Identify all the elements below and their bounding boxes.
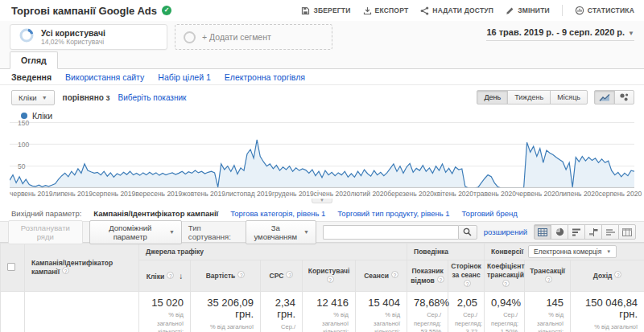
term-cloud-view-button[interactable] xyxy=(601,224,619,240)
share-button[interactable]: НАДАТИ ДОСТУП xyxy=(420,6,493,15)
table-grid-icon xyxy=(538,228,547,236)
help-icon[interactable]: ? xyxy=(286,271,293,278)
campaigns-table: Кампанія/Ідентифікатор кампанії? Джерела… xyxy=(0,243,644,332)
table-search-input[interactable] xyxy=(323,225,458,240)
clicks-chart-svg xyxy=(10,122,634,188)
pivot-view-button[interactable] xyxy=(618,224,636,240)
sort-type-selector[interactable]: За умовчанням ▼ xyxy=(246,220,316,244)
subtab-site-usage[interactable]: Використання сайту xyxy=(65,72,144,82)
y-axis-tick: 50 xyxy=(18,162,25,170)
granularity-day-button[interactable]: День xyxy=(477,90,508,105)
search-button[interactable] xyxy=(458,225,477,240)
column-header-cost[interactable]: Вартість? xyxy=(191,260,261,292)
primary-dimension-bar: Вихідний параметр: Кампанія/Ідентифікато… xyxy=(0,203,644,221)
save-button[interactable]: ЗБЕРЕГТИ xyxy=(301,6,350,15)
subtab-goal-set-1[interactable]: Набір цілей 1 xyxy=(158,72,210,82)
ecommerce-goal-selector[interactable]: Електронна комерція ▼ xyxy=(528,245,617,258)
segment-title: Усі користувачі xyxy=(41,28,105,39)
series-dot-icon xyxy=(21,113,27,119)
dimension-link-brand[interactable]: Торговий бренд xyxy=(462,209,518,218)
column-header-sessions[interactable]: Сеанси? xyxy=(356,260,407,292)
date-range-selector[interactable]: 16 трав. 2019 р. - 9 серп. 2020 р.▼ xyxy=(486,27,634,41)
column-header-transactions[interactable]: Трансакції? xyxy=(525,260,571,292)
comparison-view-button[interactable] xyxy=(584,224,602,240)
verified-check-icon: ✓ xyxy=(162,6,171,15)
line-chart-view-button[interactable] xyxy=(594,90,615,105)
help-icon[interactable]: ? xyxy=(327,276,334,283)
add-segment-button[interactable]: + Додати сегмент xyxy=(175,24,332,50)
term-cloud-icon xyxy=(606,228,615,236)
x-axis-label: лютий 2020 xyxy=(350,190,387,199)
subtab-summary[interactable]: Зведення xyxy=(11,72,52,82)
help-icon[interactable]: ? xyxy=(167,272,174,279)
dimension-link-category[interactable]: Торгова категорія, рівень 1 xyxy=(230,209,325,218)
column-header-campaign[interactable]: Кампанія/Ідентифікатор кампанії? xyxy=(25,244,139,292)
performance-view-button[interactable] xyxy=(568,224,585,240)
clicks-timeseries-chart[interactable]: 150 100 50 xyxy=(10,122,634,188)
totals-transactions-cell: 145% від загальної кількості: 6,87% (2 1… xyxy=(525,292,571,332)
help-icon[interactable]: ? xyxy=(614,271,621,278)
secondary-dimension-selector[interactable]: Допоміжний параметр ▼ xyxy=(89,220,182,244)
chevron-down-icon: ▼ xyxy=(42,95,47,100)
bars-icon xyxy=(572,228,581,236)
segment-subtitle: 14,02% Користувачі xyxy=(41,38,105,46)
percentage-view-button[interactable] xyxy=(551,224,568,240)
choose-metric-link[interactable]: Виберіть показник xyxy=(118,93,187,102)
help-icon[interactable]: ? xyxy=(437,276,444,283)
statistics-button[interactable]: СТАТИСТИКА xyxy=(575,6,634,15)
dimension-link-product-type[interactable]: Торговий тип продукту, рівень 1 xyxy=(337,209,449,218)
column-header-cpc[interactable]: CPC? xyxy=(261,260,303,292)
y-axis-tick: 150 xyxy=(18,119,29,127)
dimension-campaign-id[interactable]: Кампанія/Ідентифікатор кампанії xyxy=(93,209,218,218)
x-axis-label: червень 2019 xyxy=(10,190,52,199)
metric-selector[interactable]: Кліки ▼ xyxy=(11,90,55,105)
help-icon[interactable]: ? xyxy=(237,271,245,278)
x-axis-label: червень 2020 xyxy=(516,190,559,199)
x-axis-label: липень 2020 xyxy=(559,190,598,199)
x-axis-label: березень 2020 xyxy=(387,190,434,199)
pie-chart-icon xyxy=(555,227,564,236)
motion-chart-view-button[interactable] xyxy=(614,90,634,105)
totals-transaction-rate-cell: 0,94%Сер./перегляд: 1,50% (-37,09%) xyxy=(485,292,525,332)
sort-type-label: Тип сортування: xyxy=(188,223,239,241)
column-header-users[interactable]: Користувачі? xyxy=(303,260,356,292)
add-segment-circle-icon xyxy=(184,31,196,43)
metric-bar: Кліки ▼ порівняно з Виберіть показник Де… xyxy=(0,85,644,109)
group-header-acquisition: Джерела трафіку xyxy=(139,244,407,260)
edit-button[interactable]: ЗМІНИТИ xyxy=(506,6,550,15)
column-header-clicks[interactable]: Кліки?↓ xyxy=(139,260,191,292)
help-icon[interactable]: ? xyxy=(464,280,471,287)
help-icon[interactable]: ? xyxy=(62,267,69,274)
table-view-button[interactable] xyxy=(534,224,551,240)
x-axis-label: листопад 2019 xyxy=(225,190,272,199)
segment-donut-icon xyxy=(19,27,35,47)
report-subnav: Зведення Використання сайту Набір цілей … xyxy=(0,69,644,85)
totals-cost-cell: 35 206,09 грн.% від загальної кількості:… xyxy=(191,292,261,332)
subtab-ecommerce[interactable]: Електронна торгівля xyxy=(225,72,305,82)
granularity-week-button[interactable]: Тиждень xyxy=(507,90,551,105)
select-all-checkbox[interactable] xyxy=(7,263,15,271)
totals-row: 15 020% від загальної кількості: 31,83% … xyxy=(1,292,644,332)
column-header-pages-per-session[interactable]: Сторінок за сеанс? xyxy=(448,260,485,292)
column-header-bounce-rate[interactable]: Показник відмов? xyxy=(407,260,448,292)
help-icon[interactable]: ? xyxy=(502,280,510,287)
group-header-conversions: Конверсії Електронна комерція ▼ xyxy=(485,244,644,260)
insights-icon xyxy=(575,6,584,15)
advanced-search-link[interactable]: розширений xyxy=(484,227,527,236)
segment-all-users[interactable]: Усі користувачі 14,02% Користувачі xyxy=(10,24,167,50)
totals-sessions-cell: 15 404% від загальної кількості: 10,92% … xyxy=(356,292,407,332)
totals-pages-per-session-cell: 2,05Сер./перегляд: 3,72 (-44,94%) xyxy=(448,292,485,332)
totals-users-cell: 12 416% від загальної кількості: 14,02% … xyxy=(303,292,356,332)
tab-overview[interactable]: Огляд xyxy=(10,51,58,69)
help-icon[interactable]: ? xyxy=(545,276,552,283)
table-toolbar: Розпланувати ряди Допоміжний параметр ▼ … xyxy=(0,221,644,243)
column-header-revenue[interactable]: Дохід? xyxy=(571,260,644,292)
totals-clicks-cell: 15 020% від загальної кількості: 31,83% … xyxy=(139,292,191,332)
column-header-transaction-rate[interactable]: Коефіцієнт трансакцій? xyxy=(485,260,525,292)
x-axis-label: грудень 2019 xyxy=(272,190,314,199)
x-axis-label: серпень 2019 xyxy=(93,190,135,199)
help-icon[interactable]: ? xyxy=(391,271,398,278)
segment-band: Усі користувачі 14,02% Користувачі + Дод… xyxy=(0,21,644,69)
granularity-month-button[interactable]: Місяць xyxy=(550,90,588,105)
export-button[interactable]: ЕКСПОРТ xyxy=(363,6,409,15)
